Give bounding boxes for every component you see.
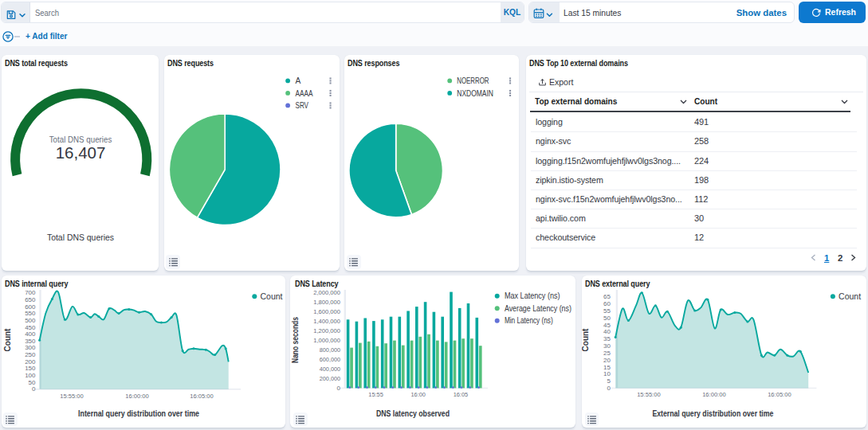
- svg-text:350: 350: [25, 338, 36, 345]
- svg-text:50: 50: [29, 379, 36, 386]
- svg-text:40: 40: [603, 328, 611, 335]
- svg-text:Average Latency (ns): Average Latency (ns): [505, 304, 571, 313]
- svg-text:16:00: 16:00: [410, 391, 426, 398]
- svg-text:400,000: 400,000: [320, 366, 341, 373]
- svg-text:20: 20: [603, 357, 611, 364]
- svg-text:800,000: 800,000: [320, 346, 341, 354]
- svg-text:Count: Count: [839, 292, 861, 301]
- svg-text:10: 10: [603, 370, 611, 377]
- svg-text:55: 55: [603, 307, 611, 315]
- svg-text:15:55:00: 15:55:00: [637, 391, 661, 398]
- svg-text:35: 35: [603, 335, 611, 342]
- svg-text:0: 0: [337, 385, 341, 392]
- svg-text:16:05:00: 16:05:00: [190, 393, 214, 400]
- svg-text:15: 15: [603, 364, 611, 371]
- svg-text:25: 25: [603, 350, 611, 357]
- svg-text:600,000: 600,000: [320, 356, 341, 363]
- svg-text:Count: Count: [582, 328, 590, 352]
- svg-text:External query distribution ov: External query distribution over time: [652, 409, 773, 418]
- svg-text:250: 250: [25, 351, 36, 358]
- svg-text:NOERROR: NOERROR: [458, 76, 489, 85]
- svg-text:400: 400: [25, 330, 36, 338]
- svg-text:16:00:00: 16:00:00: [702, 391, 726, 398]
- svg-text:Nano seconds: Nano seconds: [291, 317, 300, 363]
- svg-text:450: 450: [25, 324, 36, 331]
- svg-text:5: 5: [607, 377, 611, 385]
- svg-text:1,400,000: 1,400,000: [313, 318, 340, 325]
- svg-text:2,000,000: 2,000,000: [313, 289, 340, 296]
- svg-text:60: 60: [603, 300, 611, 307]
- svg-text:550: 550: [25, 310, 36, 317]
- svg-text:Count: Count: [3, 328, 12, 352]
- svg-text:700: 700: [25, 289, 36, 296]
- svg-text:NXDOMAIN: NXDOMAIN: [458, 89, 494, 98]
- svg-text:SRV: SRV: [295, 101, 308, 110]
- svg-text:30: 30: [603, 342, 611, 350]
- svg-text:0: 0: [607, 385, 611, 392]
- svg-text:100: 100: [25, 372, 36, 379]
- svg-text:DNS latency observed: DNS latency observed: [376, 409, 450, 418]
- svg-text:45: 45: [603, 322, 611, 329]
- svg-text:AAAA: AAAA: [295, 89, 312, 98]
- svg-text:200,000: 200,000: [320, 375, 341, 382]
- svg-text:15:55:00: 15:55:00: [60, 393, 84, 400]
- svg-text:650: 650: [25, 296, 36, 303]
- svg-text:16:05:00: 16:05:00: [768, 391, 791, 398]
- svg-text:A: A: [295, 76, 300, 85]
- svg-text:16:05: 16:05: [454, 391, 469, 398]
- svg-text:Count: Count: [261, 292, 283, 301]
- svg-text:0: 0: [32, 385, 36, 393]
- svg-text:50: 50: [603, 315, 611, 322]
- svg-text:1,800,000: 1,800,000: [313, 299, 340, 306]
- svg-text:65: 65: [603, 293, 611, 300]
- svg-text:1,600,000: 1,600,000: [313, 308, 340, 315]
- svg-text:Min Latency (ns): Min Latency (ns): [505, 316, 553, 325]
- svg-text:500: 500: [25, 317, 36, 324]
- svg-text:1,000,000: 1,000,000: [313, 337, 340, 344]
- svg-text:Max Latency (ns): Max Latency (ns): [505, 291, 560, 300]
- svg-text:200: 200: [25, 358, 36, 366]
- svg-text:Internal query distribution ov: Internal query distribution over time: [78, 409, 199, 418]
- svg-text:16:00:00: 16:00:00: [125, 393, 149, 400]
- svg-text:15:55: 15:55: [368, 391, 383, 398]
- svg-text:600: 600: [25, 303, 36, 311]
- svg-text:150: 150: [25, 365, 36, 372]
- svg-text:300: 300: [25, 344, 36, 351]
- svg-text:1,200,000: 1,200,000: [313, 327, 340, 334]
